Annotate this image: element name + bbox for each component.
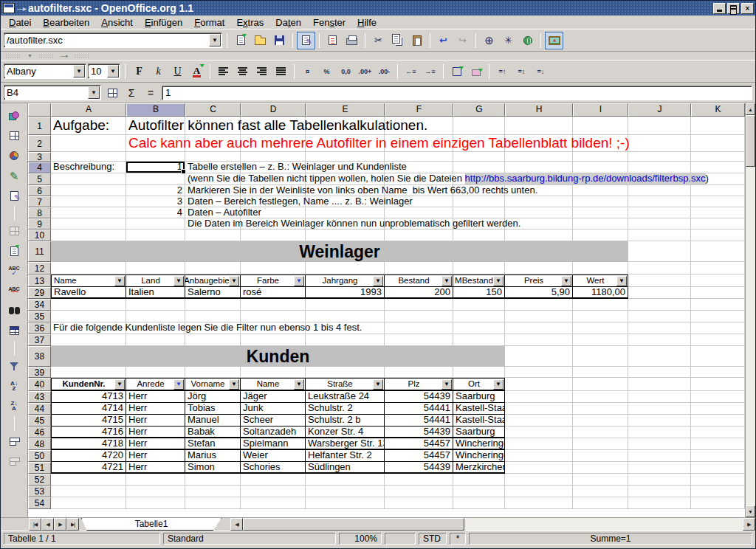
cell-I29[interactable]: 1180,00 bbox=[573, 287, 628, 299]
cell-H3[interactable] bbox=[505, 152, 573, 162]
gallery-icon[interactable] bbox=[545, 32, 563, 49]
row-header-12[interactable]: 12 bbox=[28, 262, 51, 274]
cell-D45[interactable]: Scheer bbox=[241, 415, 306, 427]
autofilter-button-E13[interactable]: ▼ bbox=[373, 276, 383, 286]
cell-H50[interactable] bbox=[505, 450, 573, 462]
row-header-44[interactable]: 44 bbox=[28, 403, 51, 415]
navigator-icon[interactable]: ⊕ bbox=[480, 32, 498, 49]
cell-H46[interactable] bbox=[505, 427, 573, 438]
row-header-13[interactable]: 13 bbox=[28, 274, 51, 287]
row-header-37[interactable]: 37 bbox=[28, 334, 51, 346]
cell-H36[interactable] bbox=[505, 322, 573, 334]
row-header-4[interactable]: 4 bbox=[28, 162, 51, 173]
cell-I48[interactable] bbox=[573, 438, 628, 450]
cell-I10[interactable] bbox=[573, 229, 628, 241]
cell-A35[interactable] bbox=[51, 311, 126, 322]
cell-I44[interactable] bbox=[573, 403, 628, 415]
delete-decimal-icon[interactable]: .00- bbox=[375, 63, 394, 80]
row-header-34[interactable]: 34 bbox=[28, 299, 51, 311]
cell-F53[interactable] bbox=[385, 486, 453, 497]
cell-J6[interactable] bbox=[628, 185, 691, 196]
cell-E45[interactable]: Schulstr. 2 b bbox=[306, 415, 385, 427]
cell-K50[interactable] bbox=[691, 450, 745, 462]
close-button[interactable]: × bbox=[741, 3, 754, 14]
col-header-C[interactable]: C bbox=[185, 103, 241, 117]
cell-I51[interactable] bbox=[573, 462, 628, 474]
cell-J7[interactable] bbox=[628, 196, 691, 207]
cell-E39[interactable] bbox=[306, 367, 385, 378]
select-all-corner[interactable] bbox=[28, 103, 51, 117]
row-header-48[interactable]: 48 bbox=[28, 438, 51, 450]
row-header-52[interactable]: 52 bbox=[28, 474, 51, 486]
col-header-F[interactable]: F bbox=[385, 103, 453, 117]
cell-E37[interactable] bbox=[306, 334, 385, 346]
cell-F29[interactable]: 200 bbox=[385, 287, 453, 299]
align-top-icon[interactable]: =↑ bbox=[493, 63, 512, 80]
font-name-dropdown-icon[interactable]: ▼ bbox=[73, 65, 85, 77]
cell-K3[interactable] bbox=[691, 152, 745, 162]
cell-B46[interactable]: Herr bbox=[126, 427, 185, 438]
minimize-button[interactable] bbox=[713, 3, 726, 14]
cell-B8[interactable]: 4 bbox=[126, 207, 185, 218]
cell-A12[interactable] bbox=[51, 262, 126, 274]
autofilter-button-D13[interactable]: ▼ bbox=[294, 276, 304, 286]
cell-E40[interactable]: Straße▼ bbox=[306, 378, 385, 391]
hscroll-left-icon[interactable]: ◀ bbox=[230, 518, 243, 531]
align-vcenter-icon[interactable]: =↕ bbox=[512, 63, 531, 80]
sort-descending-icon[interactable]: Z↓ A bbox=[4, 396, 24, 415]
save-icon[interactable] bbox=[270, 32, 289, 49]
row-header-2[interactable]: 2 bbox=[28, 135, 51, 152]
cell-J34[interactable] bbox=[628, 299, 691, 311]
cell-H4[interactable] bbox=[505, 162, 573, 173]
cell-K35[interactable] bbox=[691, 311, 745, 322]
autofilter-button-G40[interactable]: ▼ bbox=[493, 379, 504, 390]
cell-I34[interactable] bbox=[573, 299, 628, 311]
col-header-I[interactable]: I bbox=[573, 103, 628, 117]
formula-input-line[interactable]: 1 bbox=[162, 86, 752, 100]
cell-C48[interactable]: Stefan bbox=[185, 438, 241, 450]
row-header-6[interactable]: 6 bbox=[28, 185, 51, 196]
grip-dots[interactable] bbox=[74, 54, 90, 58]
cell-H51[interactable] bbox=[505, 462, 573, 474]
menu-format[interactable]: Format bbox=[189, 16, 230, 29]
cell-B44[interactable]: Herr bbox=[126, 403, 185, 415]
cell-J13[interactable] bbox=[628, 274, 691, 287]
row-header-8[interactable]: 8 bbox=[28, 207, 51, 218]
cell-K2[interactable] bbox=[691, 135, 745, 152]
cell-A45[interactable]: 4715 bbox=[51, 415, 126, 427]
cell-B6[interactable]: 2 bbox=[126, 185, 185, 196]
cell-A40[interactable]: KundenNr.▼ bbox=[51, 378, 126, 391]
menu-einfügen[interactable]: Einfügen bbox=[140, 16, 188, 29]
cell-K54[interactable] bbox=[691, 497, 745, 509]
cell-H8[interactable] bbox=[505, 207, 573, 218]
cell-C54[interactable] bbox=[185, 497, 241, 509]
cell-F43[interactable]: 54439 bbox=[385, 391, 453, 403]
row-header-36[interactable]: 36 bbox=[28, 322, 51, 334]
cell-A10[interactable] bbox=[51, 229, 126, 241]
cell-C12[interactable] bbox=[185, 262, 241, 274]
bold-icon[interactable]: F bbox=[130, 63, 148, 80]
row-header-53[interactable]: 53 bbox=[28, 486, 51, 497]
cell-E10[interactable] bbox=[306, 229, 385, 241]
cell-D48[interactable]: Spielmann bbox=[241, 438, 306, 450]
cell-K1[interactable] bbox=[691, 117, 745, 135]
cell-F40[interactable]: Plz▼ bbox=[385, 378, 453, 391]
cell-B48[interactable]: Herr bbox=[126, 438, 185, 450]
sort-ascending-icon[interactable]: A↓ Z bbox=[4, 376, 24, 396]
cell-A34[interactable] bbox=[51, 299, 126, 311]
cell-K6[interactable] bbox=[691, 185, 745, 196]
cell-G54[interactable] bbox=[453, 497, 505, 509]
draw-functions-icon[interactable]: ✎ bbox=[4, 166, 24, 185]
cell-A6[interactable] bbox=[51, 185, 126, 196]
underline-icon[interactable]: U bbox=[168, 63, 187, 80]
cell-F50[interactable]: 54457 bbox=[385, 450, 453, 462]
cell-J35[interactable] bbox=[628, 311, 691, 322]
cell-B10[interactable] bbox=[126, 229, 185, 241]
row-header-9[interactable]: 9 bbox=[28, 218, 51, 229]
cell-E48[interactable]: Warsberger Str. 13 bbox=[306, 438, 385, 450]
cell-A5[interactable] bbox=[51, 173, 126, 185]
cell-G43[interactable]: Saarburg bbox=[453, 391, 505, 403]
cell-D37[interactable] bbox=[241, 334, 306, 346]
autofilter-button-B40[interactable]: ▼ bbox=[173, 379, 184, 390]
cell-I9[interactable] bbox=[573, 218, 628, 229]
